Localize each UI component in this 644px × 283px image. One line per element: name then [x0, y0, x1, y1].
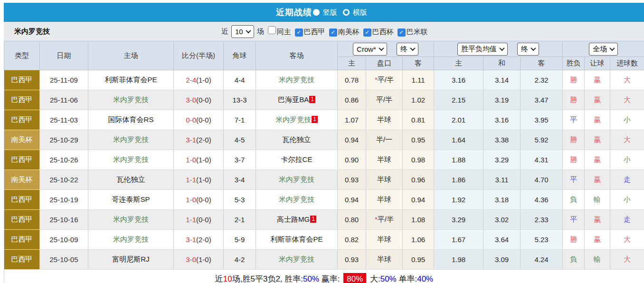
- home-team[interactable]: 国际体育会RS: [88, 110, 174, 130]
- corners-score: 3-4: [224, 170, 256, 190]
- league-badge: 巴西甲: [4, 190, 40, 210]
- home-team[interactable]: 米内罗竞技: [88, 230, 174, 250]
- away-team[interactable]: 米内罗竞技: [256, 190, 338, 210]
- avg-draw-odds: 3.29: [483, 150, 521, 170]
- match-date: 25-11-03: [40, 110, 88, 130]
- match-row: 巴西甲 25-10-16 米内罗竞技 1-1(0-0) 2-1 高士路MG1 0…: [4, 210, 644, 230]
- score-cell: 3-0(0-0): [174, 90, 224, 110]
- match-row: 南美杯 25-10-22 瓦伦独立 1-1(1-0) 3-4 米内罗竞技 0.9…: [4, 170, 644, 190]
- avg-away-odds: 5.23: [521, 230, 563, 250]
- match-row: 巴西甲 25-10-05 富明尼斯RJ 3-0(1-0) 4-2 米内罗竞技 0…: [4, 250, 644, 270]
- handicap-away-odds: 0.95: [403, 250, 434, 270]
- handicap-home-odds: 0.93: [338, 250, 366, 270]
- filter-checkbox-checked[interactable]: ✓: [295, 28, 303, 37]
- average-final-select[interactable]: 终: [517, 43, 539, 56]
- red-card-badge: 1: [309, 96, 315, 103]
- corners-score: 4-4: [224, 70, 256, 90]
- away-team[interactable]: 利斯菲体育会PE: [256, 230, 338, 250]
- handicap-away-odds: 0.98: [403, 150, 434, 170]
- filter-checkbox-checked[interactable]: ✓: [398, 28, 406, 37]
- match-date: 25-10-29: [40, 130, 88, 150]
- avg-home-odds: 1.67: [434, 230, 483, 250]
- sub-header-avg-away: 客: [521, 57, 563, 70]
- away-team[interactable]: 瓦伦独立: [256, 130, 338, 150]
- match-row: 巴西甲 25-10-19 哥连泰斯SP 1-0(0-0) 5-3 米内罗竞技 0…: [4, 190, 644, 210]
- home-team[interactable]: 瓦伦独立: [88, 170, 174, 190]
- handicap-away-odds: 1.02: [403, 90, 434, 110]
- layout-option-label[interactable]: 横版: [353, 8, 367, 17]
- col-header-score: 比分(半场): [174, 41, 224, 70]
- filter-checkbox-label[interactable]: 南美杯: [338, 28, 360, 36]
- result-handicap: 赢: [585, 150, 610, 170]
- handicap-away-odds: 0.96: [403, 170, 434, 190]
- avg-home-odds: 1.98: [434, 250, 483, 270]
- filter-checkbox-label[interactable]: 巴西杯: [372, 28, 394, 36]
- fulltime-score: 2-4: [186, 76, 196, 84]
- match-count-select[interactable]: 10: [231, 25, 254, 38]
- result-wdl: 負: [563, 250, 585, 270]
- layout-radio-unselected[interactable]: [343, 9, 350, 16]
- home-team[interactable]: 米内罗竞技: [88, 130, 174, 150]
- handicap-home-odds: 0.86: [338, 90, 366, 110]
- league-badge: 巴西甲: [4, 70, 40, 90]
- score-cell: 2-4(1-0): [174, 70, 224, 90]
- away-team[interactable]: 米内罗竞技: [256, 250, 338, 270]
- filter-checkbox-checked[interactable]: ✓: [363, 28, 371, 37]
- home-team[interactable]: 利斯菲体育会PE: [88, 70, 174, 90]
- away-team[interactable]: 巴海亚BA1: [256, 90, 338, 110]
- filter-checkbox-label[interactable]: 巴米联: [407, 28, 428, 36]
- avg-draw-odds: 3.38: [483, 130, 521, 150]
- away-team[interactable]: 卡尔拉CE: [256, 150, 338, 170]
- league-badge: 巴西甲: [4, 110, 40, 130]
- avg-away-odds: 4.36: [521, 190, 563, 210]
- away-team[interactable]: 米内罗竞技: [256, 70, 338, 90]
- result-goals: 大: [610, 90, 644, 110]
- handicap-away-odds: 1.11: [403, 70, 434, 90]
- bookmaker-final-select[interactable]: 终: [397, 43, 418, 56]
- score-cell: 1-1(1-0): [174, 170, 224, 190]
- home-team[interactable]: 米内罗竞技: [88, 210, 174, 230]
- league-badge: 南美杯: [4, 170, 40, 190]
- average-select[interactable]: 胜平负均值: [457, 43, 508, 56]
- halftime-score: (0-0): [196, 96, 211, 104]
- avg-away-odds: 2.33: [521, 210, 563, 230]
- layout-option-label[interactable]: 竖版: [323, 8, 337, 17]
- result-wdl: 負: [563, 190, 585, 210]
- away-team[interactable]: 米内罗竞技1: [256, 110, 338, 130]
- bookmaker-select-value: Crow*: [357, 45, 376, 53]
- filter-checkbox-label[interactable]: 同主: [277, 28, 291, 36]
- avg-home-odds: 3.29: [434, 210, 483, 230]
- halftime-score: (0-0): [196, 116, 211, 124]
- home-team[interactable]: 米内罗竞技: [88, 90, 174, 110]
- home-team[interactable]: 哥连泰斯SP: [88, 190, 174, 210]
- sub-header-wdl: 胜负: [563, 57, 585, 70]
- scope-select[interactable]: 全场: [589, 43, 618, 56]
- away-team[interactable]: 高士路MG1: [256, 210, 338, 230]
- halftime-score: (0-0): [196, 216, 211, 224]
- home-team[interactable]: 米内罗竞技: [88, 150, 174, 170]
- handicap-line: 半/一: [366, 130, 403, 150]
- match-row: 巴西甲 25-10-26 米内罗竞技 1-0(1-0) 3-7 卡尔拉CE 0.…: [4, 150, 644, 170]
- fulltime-score: 1-1: [186, 216, 196, 224]
- filter-checkbox-label[interactable]: 巴西甲: [304, 28, 325, 36]
- avg-home-odds: 3.16: [434, 70, 483, 90]
- league-badge: 巴西甲: [4, 150, 40, 170]
- result-handicap: 赢: [585, 170, 610, 190]
- filter-checkbox-checked[interactable]: ✓: [329, 28, 337, 37]
- filter-checkbox-unchecked[interactable]: [268, 26, 276, 34]
- result-goals: 小: [610, 110, 644, 130]
- result-handicap: 赢: [585, 70, 610, 90]
- bookmaker-select[interactable]: Crow*: [353, 43, 387, 56]
- away-team[interactable]: 米内罗竞技: [256, 170, 338, 190]
- result-wdl: 勝: [563, 70, 585, 90]
- sub-header-goals-result: 进球数: [610, 57, 644, 70]
- layout-radio-selected[interactable]: [313, 9, 320, 16]
- handicap-home-odds: 0.82: [338, 230, 366, 250]
- result-handicap: 赢: [585, 210, 610, 230]
- home-team[interactable]: 富明尼斯RJ: [88, 250, 174, 270]
- col-header-home: 主场: [88, 41, 174, 70]
- corners-score: 5-3: [224, 190, 256, 210]
- games-label: 场: [257, 27, 264, 36]
- result-wdl: 平: [563, 210, 585, 230]
- handicap-home-odds: 0.94: [338, 190, 366, 210]
